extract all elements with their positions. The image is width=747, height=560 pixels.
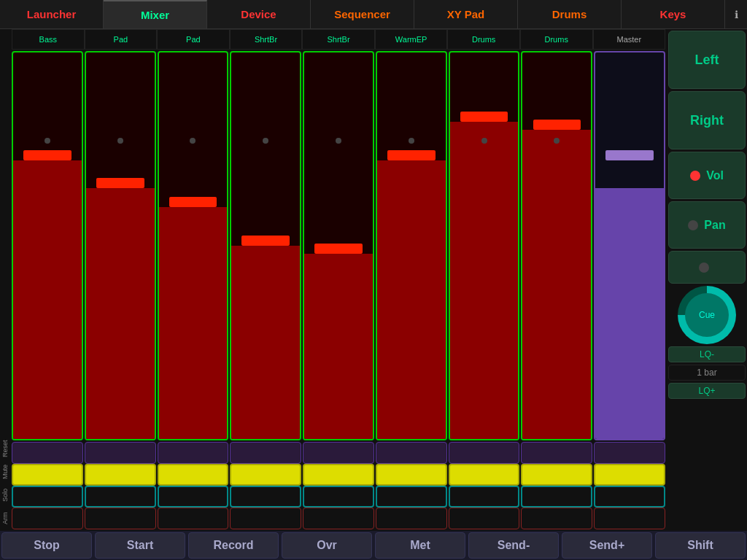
fader-fill-0 <box>13 160 82 439</box>
bottom-btn-send-[interactable]: Send- <box>468 532 559 559</box>
solo-row-btn-7[interactable] <box>521 486 592 508</box>
arm-row-btn-1[interactable] <box>85 508 156 529</box>
fader-knob-1[interactable] <box>96 178 144 188</box>
empty-button[interactable] <box>668 251 746 284</box>
fader-knob-3[interactable] <box>241 236 290 246</box>
fader-knob-master[interactable] <box>605 150 654 160</box>
mute-row-btn-6[interactable] <box>449 464 520 486</box>
fader-fill-2 <box>159 207 228 439</box>
channel-header-2: Pad <box>157 29 230 50</box>
arm-row-btn-0[interactable] <box>12 508 83 529</box>
left-button[interactable]: Left <box>668 31 746 89</box>
arm-row-btn-8[interactable] <box>594 508 665 529</box>
fader-track-master[interactable] <box>594 51 665 440</box>
vol-button[interactable]: Vol <box>668 152 746 199</box>
fader-knob-2[interactable] <box>169 197 217 207</box>
send-dot-6 <box>481 138 487 144</box>
solo-row-btn-2[interactable] <box>158 486 229 508</box>
bottom-btn-record[interactable]: Record <box>188 532 279 559</box>
tab-device[interactable]: Device <box>207 0 311 28</box>
right-panel: Left Right Vol Pan Cue LQ- 1 bar LQ+ <box>667 29 747 531</box>
solo-row-btn-6[interactable] <box>449 486 520 508</box>
mute-row-btn-2[interactable] <box>158 464 229 486</box>
mute-row-btn-8[interactable] <box>594 464 665 486</box>
bottom-btn-shift[interactable]: Shift <box>655 532 746 559</box>
fader-knob-6[interactable] <box>460 112 508 122</box>
send-dot-2 <box>190 138 196 144</box>
lq-minus-button[interactable]: LQ- <box>668 346 746 362</box>
mute-row-btn-0[interactable] <box>12 464 83 486</box>
arm-row-btn-2[interactable] <box>158 508 229 529</box>
reset-row-btn-6[interactable] <box>449 442 520 464</box>
bottom-btn-send+[interactable]: Send+ <box>562 532 652 559</box>
fader-track-2[interactable] <box>158 51 229 440</box>
tab-launcher[interactable]: Launcher <box>0 0 104 28</box>
solo-row-btn-3[interactable] <box>230 486 301 508</box>
main-area: Reset Mute Solo Arm BassPadPadShrtBrShrt… <box>0 29 747 531</box>
fader-track-1[interactable] <box>85 51 156 440</box>
bottom-btn-stop[interactable]: Stop <box>1 532 92 559</box>
tab-xypad[interactable]: XY Pad <box>414 0 518 28</box>
arm-row-btn-5[interactable] <box>376 508 447 529</box>
reset-row-btn-1[interactable] <box>85 442 156 464</box>
lq-plus-button[interactable]: LQ+ <box>668 383 746 399</box>
fader-knob-0[interactable] <box>23 150 71 160</box>
arm-row-btn-3[interactable] <box>230 508 301 529</box>
mute-row-btn-7[interactable] <box>521 464 592 486</box>
reset-row <box>12 442 665 464</box>
solo-row-btn-1[interactable] <box>85 486 156 508</box>
solo-label: Solo <box>0 484 10 506</box>
solo-row-btn-0[interactable] <box>12 486 83 508</box>
fader-knob-4[interactable] <box>314 244 363 254</box>
tab-mixer[interactable]: Mixer <box>104 0 207 28</box>
fader-knob-5[interactable] <box>387 150 436 160</box>
fader-fill-3 <box>231 246 300 439</box>
fader-track-4[interactable] <box>303 51 374 440</box>
fader-track-6[interactable] <box>449 51 520 440</box>
mute-row-btn-5[interactable] <box>376 464 447 486</box>
solo-row-btn-5[interactable] <box>376 486 447 508</box>
send-dot-0 <box>44 138 50 144</box>
send-dot-3 <box>263 138 268 144</box>
tab-drums[interactable]: Drums <box>518 0 622 28</box>
reset-row-btn-0[interactable] <box>12 442 83 464</box>
reset-row-btn-7[interactable] <box>521 442 592 464</box>
channel-header-4: ShrtBr <box>302 29 375 50</box>
mute-row-btn-1[interactable] <box>85 464 156 486</box>
send-dot-4 <box>336 138 341 144</box>
tab-keys[interactable]: Keys <box>622 0 725 28</box>
fader-fill-1 <box>86 188 155 440</box>
mute-row-btn-3[interactable] <box>230 464 301 486</box>
channel-header-5: WarmEP <box>375 29 448 50</box>
bottom-btn-ovr[interactable]: Ovr <box>282 532 372 559</box>
fader-track-3[interactable] <box>230 51 301 440</box>
solo-row-btn-4[interactable] <box>303 486 374 508</box>
arm-row-btn-7[interactable] <box>521 508 592 529</box>
fader-track-0[interactable] <box>12 51 83 440</box>
right-button[interactable]: Right <box>668 91 746 149</box>
reset-row-btn-4[interactable] <box>303 442 374 464</box>
cue-area: Cue <box>668 286 746 344</box>
reset-row-btn-8[interactable] <box>594 442 665 464</box>
cue-knob[interactable]: Cue <box>678 286 736 344</box>
reset-row-btn-5[interactable] <box>376 442 447 464</box>
reset-row-btn-2[interactable] <box>158 442 229 464</box>
pan-dot <box>688 220 698 230</box>
pan-button[interactable]: Pan <box>668 201 746 249</box>
fader-knob-7[interactable] <box>533 120 581 130</box>
arm-row-btn-6[interactable] <box>449 508 520 529</box>
fader-track-7[interactable] <box>521 51 592 440</box>
bar-label: 1 bar <box>668 365 746 381</box>
arm-row-btn-4[interactable] <box>303 508 374 529</box>
reset-row-btn-3[interactable] <box>230 442 301 464</box>
mute-row <box>12 464 665 486</box>
info-icon[interactable]: ℹ <box>725 9 747 20</box>
fader-track-5[interactable] <box>376 51 447 440</box>
tab-sequencer[interactable]: Sequencer <box>311 0 414 28</box>
bottom-btn-start[interactable]: Start <box>95 532 185 559</box>
empty-dot <box>699 262 709 273</box>
mute-row-btn-4[interactable] <box>303 464 374 486</box>
solo-row-btn-8[interactable] <box>594 486 665 508</box>
channel-7 <box>521 51 592 440</box>
bottom-btn-met[interactable]: Met <box>375 532 465 559</box>
